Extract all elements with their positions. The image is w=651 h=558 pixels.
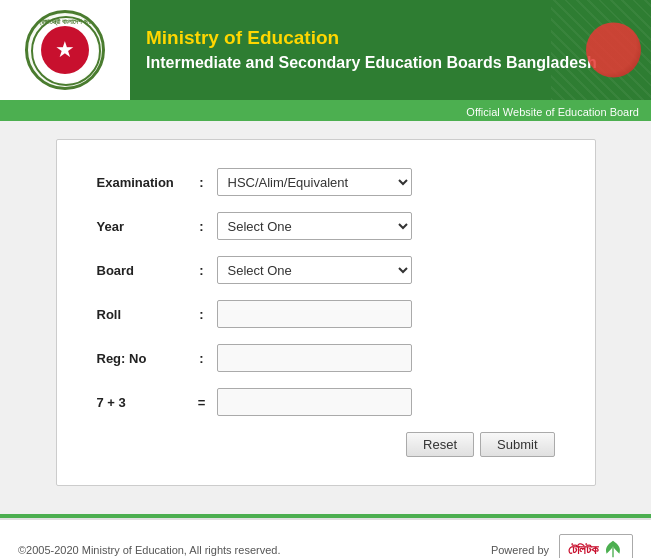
colon-4: : bbox=[187, 307, 217, 322]
captcha-input[interactable] bbox=[217, 388, 412, 416]
colon-1: : bbox=[187, 175, 217, 190]
title-section: Ministry of Education Intermediate and S… bbox=[130, 0, 651, 100]
roll-row: Roll : bbox=[97, 300, 555, 328]
footer: ©2005-2020 Ministry of Education, All ri… bbox=[0, 518, 651, 558]
teletalk-leaf-icon bbox=[602, 539, 624, 558]
captcha-label: 7 + 3 bbox=[97, 395, 187, 410]
colon-5: : bbox=[187, 351, 217, 366]
board-select[interactable]: Select One Dhaka Chittagong Rajshahi Com… bbox=[217, 256, 412, 284]
reg-row: Reg: No : bbox=[97, 344, 555, 372]
deco-circle bbox=[586, 23, 641, 78]
teletalk-text: টেলিটক bbox=[568, 542, 598, 558]
captcha-row: 7 + 3 = bbox=[97, 388, 555, 416]
board-label: Board bbox=[97, 263, 187, 278]
logo-bangla-text: গণপ্রজাতন্ত্রী বাংলাদেশ সরকার bbox=[31, 18, 99, 26]
examination-control: HSC/Alim/Equivalent SSC/Dakhil/Equivalen… bbox=[217, 168, 417, 196]
examination-label: Examination bbox=[97, 175, 187, 190]
roll-input[interactable] bbox=[217, 300, 412, 328]
year-row: Year : Select One 2020 2019 2018 bbox=[97, 212, 555, 240]
official-site-text: Official Website of Education Board bbox=[466, 106, 639, 118]
button-row: Reset Submit bbox=[97, 432, 555, 457]
examination-row: Examination : HSC/Alim/Equivalent SSC/Da… bbox=[97, 168, 555, 196]
roll-label: Roll bbox=[97, 307, 187, 322]
form-card: Examination : HSC/Alim/Equivalent SSC/Da… bbox=[56, 139, 596, 486]
year-select[interactable]: Select One 2020 2019 2018 bbox=[217, 212, 412, 240]
ministry-title: Ministry of Education bbox=[146, 27, 635, 49]
year-label: Year bbox=[97, 219, 187, 234]
powered-by-text: Powered by bbox=[491, 544, 549, 556]
roll-control bbox=[217, 300, 417, 328]
year-control: Select One 2020 2019 2018 bbox=[217, 212, 417, 240]
board-title: Intermediate and Secondary Education Boa… bbox=[146, 53, 635, 74]
captcha-control bbox=[217, 388, 417, 416]
board-row: Board : Select One Dhaka Chittagong Rajs… bbox=[97, 256, 555, 284]
official-bar: Official Website of Education Board bbox=[0, 103, 651, 121]
colon-3: : bbox=[187, 263, 217, 278]
equals-sign: = bbox=[187, 395, 217, 410]
footer-right: Powered by টেলিটক bbox=[491, 534, 633, 558]
reg-label: Reg: No bbox=[97, 351, 187, 366]
reg-input[interactable] bbox=[217, 344, 412, 372]
logo-section: ★ গণপ্রজাতন্ত্রী বাংলাদেশ সরকার bbox=[0, 0, 130, 100]
reg-control bbox=[217, 344, 417, 372]
logo: ★ গণপ্রজাতন্ত্রী বাংলাদেশ সরকার bbox=[25, 10, 105, 90]
examination-select[interactable]: HSC/Alim/Equivalent SSC/Dakhil/Equivalen… bbox=[217, 168, 412, 196]
teletalk-logo: টেলিটক bbox=[559, 534, 633, 558]
page-header: ★ গণপ্রজাতন্ত্রী বাংলাদেশ সরকার Ministry… bbox=[0, 0, 651, 103]
submit-button[interactable]: Submit bbox=[480, 432, 554, 457]
reset-button[interactable]: Reset bbox=[406, 432, 474, 457]
main-content: Examination : HSC/Alim/Equivalent SSC/Da… bbox=[0, 121, 651, 504]
copyright-text: ©2005-2020 Ministry of Education, All ri… bbox=[18, 544, 280, 556]
colon-2: : bbox=[187, 219, 217, 234]
board-control: Select One Dhaka Chittagong Rajshahi Com… bbox=[217, 256, 417, 284]
